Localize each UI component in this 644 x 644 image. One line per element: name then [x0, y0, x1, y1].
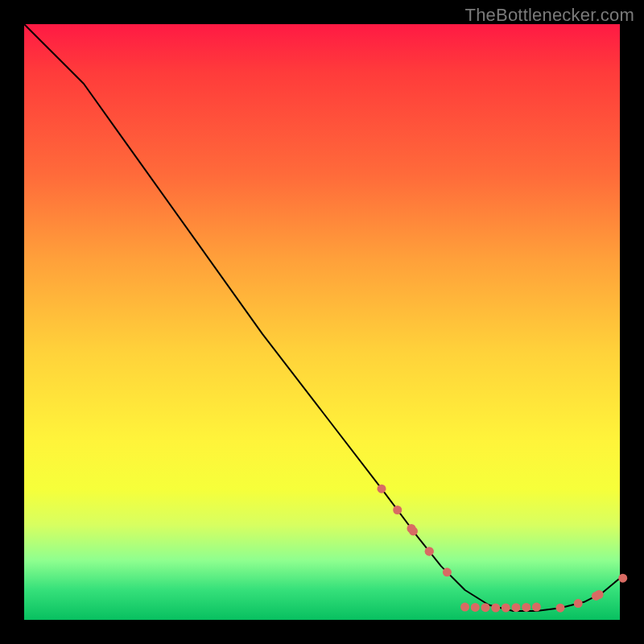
data-point-marker	[574, 599, 583, 608]
data-point-marker	[618, 574, 627, 583]
data-point-marker	[491, 604, 500, 613]
data-point-marker	[443, 568, 452, 576]
data-point-marker	[393, 506, 402, 514]
watermark-text: TheBottlenecker.com	[465, 5, 634, 26]
chart-svg	[24, 24, 620, 620]
bottleneck-curve	[24, 24, 620, 611]
data-markers	[378, 485, 628, 613]
data-point-marker	[425, 547, 434, 555]
data-point-marker	[512, 603, 521, 612]
data-point-marker	[522, 603, 530, 612]
chart-stage: TheBottlenecker.com	[0, 0, 644, 644]
data-point-marker	[471, 603, 480, 612]
data-point-marker	[460, 603, 469, 612]
plot-area	[24, 24, 620, 620]
data-point-marker	[481, 603, 490, 612]
data-point-marker	[532, 603, 541, 612]
data-point-marker	[556, 604, 565, 613]
data-point-marker	[595, 590, 604, 599]
data-point-marker	[407, 524, 416, 533]
data-point-marker	[502, 604, 510, 613]
data-point-marker	[378, 485, 386, 493]
